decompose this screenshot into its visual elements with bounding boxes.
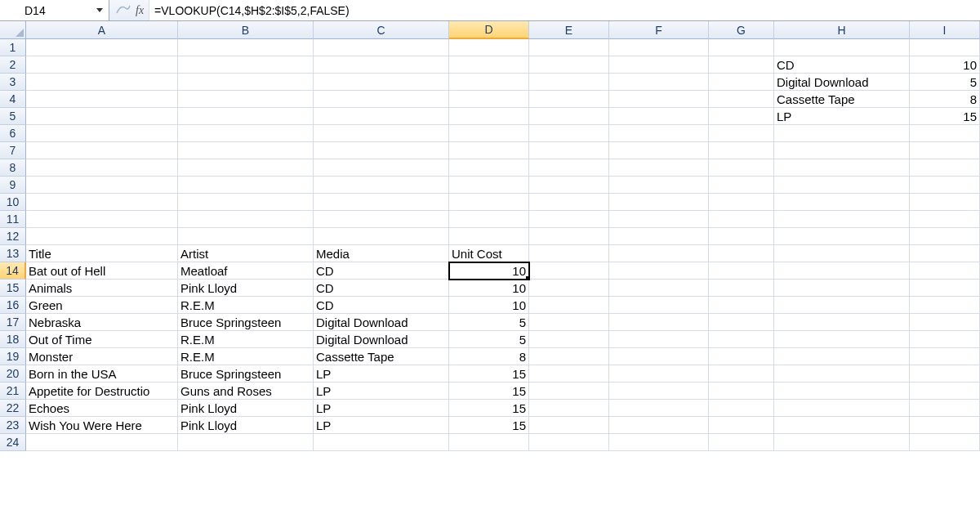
cell-G6[interactable] — [709, 125, 774, 142]
cell-B23[interactable]: Pink Lloyd — [178, 417, 314, 434]
cell-G4[interactable] — [709, 91, 774, 108]
cell-H2[interactable]: CD — [774, 56, 910, 74]
row-header-6[interactable]: 6 — [0, 125, 26, 142]
cell-E14[interactable] — [529, 262, 609, 280]
cell-E2[interactable] — [529, 56, 609, 74]
cell-F23[interactable] — [609, 417, 709, 434]
cell-G21[interactable] — [709, 383, 774, 400]
cell-I1[interactable] — [910, 39, 980, 56]
cell-C22[interactable]: LP — [314, 400, 449, 417]
cell-I9[interactable] — [910, 177, 980, 194]
cell-B18[interactable]: R.E.M — [178, 331, 314, 348]
row-header-12[interactable]: 12 — [0, 228, 26, 245]
cell-D17[interactable]: 5 — [449, 314, 529, 331]
fx-icon[interactable]: fx — [136, 4, 144, 17]
cell-G9[interactable] — [709, 177, 774, 194]
cell-E9[interactable] — [529, 177, 609, 194]
cell-F21[interactable] — [609, 383, 709, 400]
cell-G20[interactable] — [709, 365, 774, 383]
cell-A5[interactable] — [26, 108, 178, 125]
cell-B12[interactable] — [178, 228, 314, 245]
row-header-22[interactable]: 22 — [0, 400, 26, 417]
cell-H9[interactable] — [774, 177, 910, 194]
cell-F20[interactable] — [609, 365, 709, 383]
row-header-5[interactable]: 5 — [0, 108, 26, 125]
chevron-down-icon[interactable] — [96, 7, 104, 15]
cell-B19[interactable]: R.E.M — [178, 348, 314, 365]
cell-I20[interactable] — [910, 365, 980, 383]
cell-C11[interactable] — [314, 211, 449, 228]
row-header-19[interactable]: 19 — [0, 348, 26, 365]
cell-C3[interactable] — [314, 74, 449, 91]
row-header-16[interactable]: 16 — [0, 297, 26, 314]
cell-G16[interactable] — [709, 297, 774, 314]
cell-D12[interactable] — [449, 228, 529, 245]
cell-H4[interactable]: Cassette Tape — [774, 91, 910, 108]
cell-A12[interactable] — [26, 228, 178, 245]
row-header-24[interactable]: 24 — [0, 434, 26, 451]
cell-H7[interactable] — [774, 142, 910, 159]
cell-A14[interactable]: Bat out of Hell — [26, 262, 178, 280]
cancel-curve-icon[interactable] — [116, 3, 131, 17]
cell-A4[interactable] — [26, 91, 178, 108]
column-header-F[interactable]: F — [609, 21, 709, 39]
cell-H19[interactable] — [774, 348, 910, 365]
cell-B16[interactable]: R.E.M — [178, 297, 314, 314]
cell-D3[interactable] — [449, 74, 529, 91]
cell-D20[interactable]: 15 — [449, 365, 529, 383]
cell-H3[interactable]: Digital Download — [774, 74, 910, 91]
cell-B17[interactable]: Bruce Springsteen — [178, 314, 314, 331]
cell-D4[interactable] — [449, 91, 529, 108]
cell-F15[interactable] — [609, 280, 709, 297]
cell-D10[interactable] — [449, 194, 529, 211]
cell-C24[interactable] — [314, 434, 449, 451]
cell-F24[interactable] — [609, 434, 709, 451]
cell-C9[interactable] — [314, 177, 449, 194]
cell-A17[interactable]: Nebraska — [26, 314, 178, 331]
cell-G11[interactable] — [709, 211, 774, 228]
row-header-2[interactable]: 2 — [0, 56, 26, 74]
cell-E10[interactable] — [529, 194, 609, 211]
cell-E6[interactable] — [529, 125, 609, 142]
cell-G3[interactable] — [709, 74, 774, 91]
cell-I13[interactable] — [910, 245, 980, 262]
cell-C5[interactable] — [314, 108, 449, 125]
cell-I21[interactable] — [910, 383, 980, 400]
cell-G19[interactable] — [709, 348, 774, 365]
cell-E20[interactable] — [529, 365, 609, 383]
cell-B20[interactable]: Bruce Springsteen — [178, 365, 314, 383]
cell-F18[interactable] — [609, 331, 709, 348]
cell-H24[interactable] — [774, 434, 910, 451]
cell-F1[interactable] — [609, 39, 709, 56]
column-header-G[interactable]: G — [709, 21, 774, 39]
cell-A11[interactable] — [26, 211, 178, 228]
cell-H5[interactable]: LP — [774, 108, 910, 125]
cell-H1[interactable] — [774, 39, 910, 56]
cell-B24[interactable] — [178, 434, 314, 451]
cell-F12[interactable] — [609, 228, 709, 245]
cell-E5[interactable] — [529, 108, 609, 125]
cell-F17[interactable] — [609, 314, 709, 331]
cell-G1[interactable] — [709, 39, 774, 56]
cell-A15[interactable]: Animals — [26, 280, 178, 297]
row-header-9[interactable]: 9 — [0, 177, 26, 194]
cell-F3[interactable] — [609, 74, 709, 91]
cell-F6[interactable] — [609, 125, 709, 142]
cell-C6[interactable] — [314, 125, 449, 142]
cell-H8[interactable] — [774, 159, 910, 177]
cell-H16[interactable] — [774, 297, 910, 314]
cell-G14[interactable] — [709, 262, 774, 280]
cell-G8[interactable] — [709, 159, 774, 177]
cell-G10[interactable] — [709, 194, 774, 211]
cell-H17[interactable] — [774, 314, 910, 331]
cell-I14[interactable] — [910, 262, 980, 280]
cell-E15[interactable] — [529, 280, 609, 297]
cell-B3[interactable] — [178, 74, 314, 91]
cell-C17[interactable]: Digital Download — [314, 314, 449, 331]
cell-C2[interactable] — [314, 56, 449, 74]
cell-D18[interactable]: 5 — [449, 331, 529, 348]
cell-E19[interactable] — [529, 348, 609, 365]
row-header-18[interactable]: 18 — [0, 331, 26, 348]
cell-C1[interactable] — [314, 39, 449, 56]
cell-F14[interactable] — [609, 262, 709, 280]
